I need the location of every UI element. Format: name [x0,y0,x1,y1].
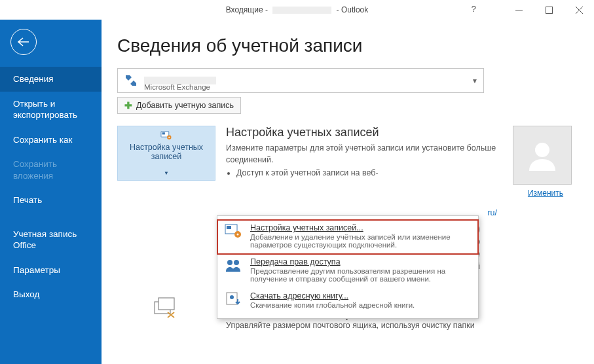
menu-download-desc: Скачивание копии глобальной адресной кни… [250,301,415,309]
svg-point-14 [237,234,239,236]
nav-save-as-label: Сохранить как [13,135,72,145]
svg-rect-1 [546,7,552,13]
account-settings-dropdown: Настройка учетных записей... Добавление … [217,215,479,319]
menu-download-title: Скачать адресную книгу... [250,291,415,300]
title-suffix: - Outlook [337,5,369,14]
book-download-icon [225,291,243,307]
nav-info[interactable]: Сведения [0,67,102,92]
chevron-down-icon: ▼ [472,77,478,84]
nav-print-label: Печать [13,195,42,205]
account-settings-label: Настройка учетных записей [122,143,211,161]
menu-account-settings-desc: Добавление и удаление учётных записей ил… [250,233,470,249]
nav-office-account[interactable]: Учетная запись Office [0,222,102,258]
nav-exit[interactable]: Выход [0,282,102,307]
settings-title: Настройка учетных записей [226,126,497,139]
menu-delegate-title: Передача прав доступа [250,257,470,266]
account-type: Microsoft Exchange [144,83,210,91]
svg-point-7 [168,137,170,138]
change-photo-link[interactable]: Изменить [528,189,563,198]
people-icon [225,257,243,273]
nav-exit-label: Выход [13,289,39,299]
nav-open-export-label: Открыть и экспортировать [13,99,77,120]
account-selector[interactable]: Microsoft Exchange ▼ [117,68,484,93]
cleanup-desc: Управляйте размером почтового ящика, исп… [226,321,475,330]
minimize-button[interactable] [504,0,534,20]
back-button[interactable] [10,29,37,55]
person-icon [525,138,559,172]
card-gear-small-icon [225,223,243,239]
svg-point-16 [234,260,239,265]
menu-account-settings-title: Настройка учетных записей... [250,223,470,232]
title-account-redacted [272,7,331,14]
settings-desc: Измените параметры для этой учетной запи… [226,142,497,166]
close-button[interactable] [564,0,594,20]
maximize-button[interactable] [534,0,564,20]
nav-open-export[interactable]: Открыть и экспортировать [0,92,102,128]
mailbox-cleanup-icon [153,297,179,319]
svg-point-15 [227,260,232,265]
add-account-label: Добавить учетную запись [136,101,234,110]
svg-rect-10 [158,298,174,310]
page-heading: Сведения об учетной записи [117,35,578,56]
account-settings-button[interactable]: Настройка учетных записей ▼ [117,126,215,181]
title-bar: Входящие - - Outlook ? [0,0,594,20]
menu-download-addressbook[interactable]: Скачать адресную книгу... Скачивание коп… [217,288,478,314]
nav-options[interactable]: Параметры [0,258,102,283]
dropdown-caret-icon: ▼ [164,170,169,176]
add-account-button[interactable]: ✚ Добавить учетную запись [117,97,241,114]
window-controls [504,0,594,20]
content-pane: Сведения об учетной записи Microsoft Exc… [102,20,594,364]
help-button[interactable]: ? [472,4,476,14]
svg-point-18 [230,295,234,299]
nav-print[interactable]: Печать [0,188,102,213]
nav-info-label: Сведения [13,74,54,84]
svg-point-8 [535,143,549,157]
nav-save-as[interactable]: Сохранить как [0,128,102,153]
nav-office-account-label: Учетная запись Office [13,229,77,251]
settings-bullet: Доступ к этой учетной записи на веб- [236,168,497,177]
url-fragment: ru/ [487,208,497,217]
card-gear-icon [156,130,177,140]
svg-rect-12 [227,226,231,229]
nav-save-attachments-label: Сохранить вложения [13,159,57,181]
plus-icon: ✚ [124,100,132,111]
menu-account-settings[interactable]: Настройка учетных записей... Добавление … [217,220,478,254]
nav-options-label: Параметры [13,265,60,275]
backstage-sidebar: Сведения Открыть и экспортировать Сохран… [0,20,102,364]
menu-delegate-access[interactable]: Передача прав доступа Предоставление дру… [217,254,478,288]
nav-save-attachments: Сохранить вложения [0,152,102,188]
title-prefix: Входящие - [226,5,268,14]
menu-delegate-desc: Предоставление другим пользователям разр… [250,267,470,283]
svg-rect-5 [162,132,165,134]
profile-photo [513,126,572,185]
exchange-icon [123,73,139,88]
